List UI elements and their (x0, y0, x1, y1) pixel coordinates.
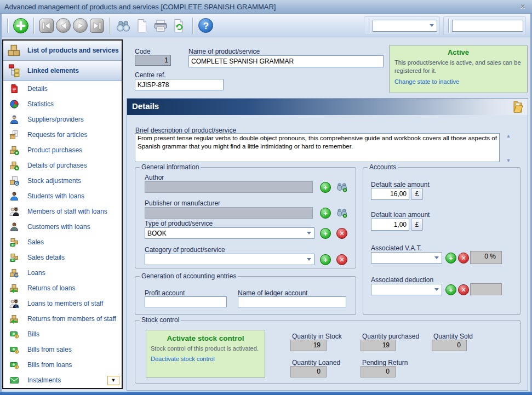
sidebar-item-list-of-products-and-services[interactable]: List of products and services (3, 41, 122, 61)
add-type-button[interactable]: + (320, 228, 331, 239)
loan-amount-field[interactable] (371, 219, 409, 231)
sidebar-item-students-with-loans[interactable]: Students with loans (3, 188, 122, 204)
sidebar-item-returns-from-members-of-staff[interactable]: Returns from members of staff (3, 311, 122, 327)
sidebar-item-details[interactable]: Details (3, 81, 122, 96)
status-panel: Active This product/service is active, a… (389, 45, 528, 93)
sidebar-item-bills-from-loans[interactable]: Bills from loans (3, 357, 122, 373)
plus-icon: + (323, 230, 328, 237)
remove-category-button[interactable]: ✕ (336, 254, 347, 265)
toolbar: ? (2, 14, 530, 37)
vat-label: Associated V.A.T. (371, 244, 422, 252)
loan-amount-label: Default loan amount (371, 211, 430, 219)
staff-loan-icon (7, 299, 21, 308)
plus-icon: + (449, 287, 453, 294)
sidebar-item-label: Suppliers/providers (27, 116, 84, 123)
add-author-button[interactable]: + (320, 182, 331, 193)
sidebar-item-details-of-purchases[interactable]: Details of purchases (3, 158, 122, 173)
sidebar-item-sales-details[interactable]: Sales details (3, 250, 122, 265)
sidebar-item-instalments[interactable]: Instalments (3, 373, 122, 388)
close-icon[interactable]: ✕ (518, 3, 528, 10)
ledger-account-field[interactable] (238, 296, 346, 307)
sale-amount-field[interactable] (371, 188, 409, 200)
app-window: Advanced management of products and serv… (0, 0, 532, 395)
next-button[interactable] (73, 18, 88, 33)
sidebar-item-bills[interactable]: Bills (3, 327, 122, 342)
add-vat-button[interactable]: + (445, 253, 456, 264)
boxes-money-icon (7, 237, 21, 247)
sidebar-item-customers-with-loans[interactable]: Customers with loans (3, 219, 122, 234)
toolbar-filter-combobox[interactable] (373, 20, 437, 32)
quantity-purchased-field: 19 (361, 340, 396, 351)
add-deduction-button[interactable]: + (445, 284, 456, 295)
remove-type-button[interactable]: ✕ (336, 228, 347, 239)
type-combobox[interactable]: BOOK (145, 227, 314, 239)
details-header-title: Details (132, 101, 159, 111)
sidebar-item-loans[interactable]: Loans (3, 265, 122, 280)
toolbar-separator (192, 18, 193, 34)
vat-combobox[interactable] (371, 252, 442, 264)
sale-amount-label: Default sale amount (371, 181, 430, 188)
add-category-button[interactable]: + (320, 254, 331, 265)
sidebar-item-members-of-staff-with-loans[interactable]: Members of staff with loans (3, 204, 122, 219)
description-scrollbar[interactable]: ▲ ▼ (505, 134, 512, 163)
sidebar-item-bills-from-sales[interactable]: Bills from sales (3, 342, 122, 357)
refresh-button[interactable] (171, 18, 187, 34)
chevron-down-icon (434, 256, 439, 259)
first-button[interactable] (39, 19, 54, 33)
sidebar-item-label: Stock adjustments (27, 177, 81, 185)
print-button[interactable] (152, 18, 169, 34)
centre-ref-field[interactable] (135, 79, 224, 90)
search-author-button[interactable] (335, 181, 348, 192)
help-button[interactable]: ? (198, 18, 213, 33)
author-label: Author (145, 174, 164, 181)
deactivate-stock-link[interactable]: Deactivate stock control (151, 356, 260, 362)
copy-button[interactable] (134, 18, 150, 34)
code-label: Code (135, 48, 151, 55)
loan-currency-button[interactable]: £ (411, 219, 423, 231)
sidebar-item-label: Product purchases (27, 146, 82, 154)
remove-deduction-button[interactable]: ✕ (458, 284, 469, 295)
last-icon (90, 19, 104, 32)
scroll-down-icon[interactable]: ▼ (506, 158, 511, 163)
new-button[interactable] (13, 18, 28, 33)
toolbar-search-input[interactable] (452, 20, 523, 32)
profit-account-field[interactable] (145, 296, 227, 307)
scroll-up-icon[interactable]: ▲ (506, 134, 511, 139)
deduction-combobox[interactable] (371, 284, 442, 295)
general-information-title: General information (140, 163, 201, 171)
boxes-return-icon (7, 283, 21, 293)
add-publisher-button[interactable]: + (320, 208, 331, 219)
sidebar-item-label: Members of staff with loans (27, 208, 107, 215)
sidebar-item-product-purchases[interactable]: Product purchases (3, 142, 122, 158)
copy-icon (136, 18, 148, 33)
last-button[interactable] (90, 19, 104, 33)
toolbar-filter-group (364, 16, 440, 35)
description-textarea[interactable]: From present tense regular verbs to doub… (135, 133, 500, 162)
plus-icon: + (323, 210, 328, 217)
pie-chart-icon (7, 99, 21, 109)
toolbar-grip (448, 19, 450, 33)
sidebar-item-sales[interactable]: Sales (3, 234, 122, 250)
change-state-link[interactable]: Change state to inactive (394, 78, 522, 85)
linked-flowchart-icon (7, 64, 21, 78)
sidebar-item-requests-for-articles[interactable]: Requests for articles (3, 127, 122, 142)
sidebar-item-linked-elements[interactable]: Linked elements (3, 61, 122, 81)
product-name-field[interactable] (188, 55, 384, 67)
category-combobox[interactable] (145, 254, 314, 265)
sidebar-item-label: Sales details (27, 254, 65, 261)
toolbar-separator (109, 18, 110, 34)
sidebar-item-returns-of-loans[interactable]: Returns of loans (3, 280, 122, 296)
search-button[interactable] (115, 18, 131, 34)
quantity-purchased-label: Quantity purchased (362, 333, 419, 340)
sidebar-item-stock-adjustments[interactable]: Stock adjustments (3, 173, 122, 188)
quantity-in-stock-label: Quantity in Stock (292, 333, 342, 340)
sidebar-item-statistics[interactable]: Statistics (3, 96, 122, 112)
previous-button[interactable] (56, 18, 71, 33)
sidebar-item-loans-to-members-of-staff[interactable]: Loans to members of staff (3, 296, 122, 311)
remove-vat-button[interactable]: ✕ (458, 253, 469, 264)
search-publisher-button[interactable] (335, 207, 348, 218)
sidebar-more-button[interactable]: ▼ (107, 376, 119, 385)
sidebar-item-suppliers-providers[interactable]: Suppliers/providers (3, 112, 122, 127)
sale-currency-button[interactable]: £ (411, 188, 423, 200)
sidebar-item-label: Requests for articles (27, 131, 87, 139)
